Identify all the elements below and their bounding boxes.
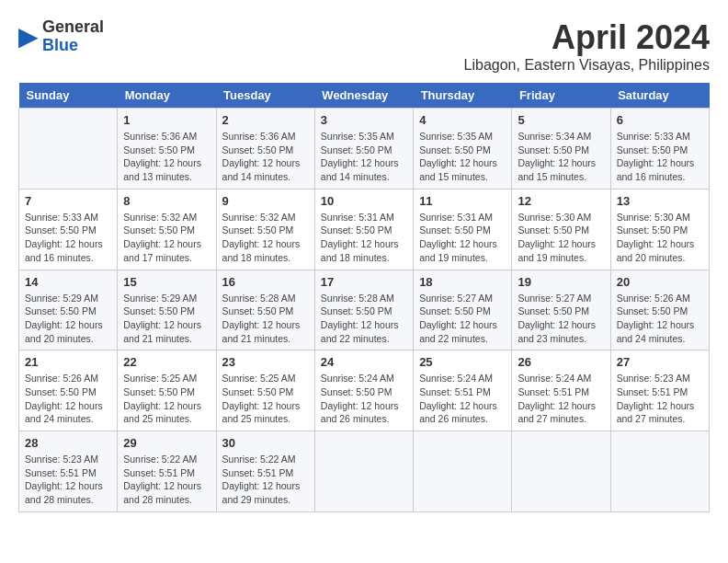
day-info: Sunrise: 5:26 AM Sunset: 5:50 PM Dayligh… [617, 292, 703, 346]
day-number: 16 [222, 275, 309, 289]
day-number: 4 [419, 113, 506, 127]
day-info: Sunrise: 5:25 AM Sunset: 5:50 PM Dayligh… [123, 372, 210, 426]
calendar-cell: 6Sunrise: 5:33 AM Sunset: 5:50 PM Daylig… [610, 109, 709, 190]
day-number: 1 [123, 113, 210, 127]
main-title: April 2024 [464, 18, 710, 57]
logo-text-block: General Blue [42, 18, 104, 55]
day-info: Sunrise: 5:32 AM Sunset: 5:50 PM Dayligh… [222, 211, 309, 265]
calendar-cell: 28Sunrise: 5:23 AM Sunset: 5:51 PM Dayli… [19, 431, 118, 512]
calendar-cell [19, 109, 118, 190]
calendar-cell: 11Sunrise: 5:31 AM Sunset: 5:50 PM Dayli… [414, 189, 512, 270]
calendar-cell: 7Sunrise: 5:33 AM Sunset: 5:50 PM Daylig… [19, 189, 118, 270]
calendar-cell: 21Sunrise: 5:26 AM Sunset: 5:50 PM Dayli… [19, 350, 118, 431]
calendar-header-thursday: Thursday [414, 83, 512, 109]
calendar-cell: 13Sunrise: 5:30 AM Sunset: 5:50 PM Dayli… [610, 189, 709, 270]
day-info: Sunrise: 5:29 AM Sunset: 5:50 PM Dayligh… [25, 292, 111, 346]
calendar-cell: 24Sunrise: 5:24 AM Sunset: 5:50 PM Dayli… [314, 350, 413, 431]
calendar-cell: 8Sunrise: 5:32 AM Sunset: 5:50 PM Daylig… [118, 189, 216, 270]
calendar-cell: 20Sunrise: 5:26 AM Sunset: 5:50 PM Dayli… [610, 270, 709, 350]
calendar-cell: 15Sunrise: 5:29 AM Sunset: 5:50 PM Dayli… [118, 270, 216, 350]
calendar-week-2: 7Sunrise: 5:33 AM Sunset: 5:50 PM Daylig… [19, 189, 710, 270]
calendar-cell: 18Sunrise: 5:27 AM Sunset: 5:50 PM Dayli… [414, 270, 512, 350]
calendar-cell: 14Sunrise: 5:29 AM Sunset: 5:50 PM Dayli… [19, 270, 118, 350]
logo-symbol: ▶ [18, 21, 39, 52]
day-info: Sunrise: 5:31 AM Sunset: 5:50 PM Dayligh… [321, 211, 407, 265]
day-number: 12 [518, 194, 604, 208]
day-info: Sunrise: 5:32 AM Sunset: 5:50 PM Dayligh… [123, 211, 210, 265]
day-info: Sunrise: 5:31 AM Sunset: 5:50 PM Dayligh… [419, 211, 506, 265]
day-info: Sunrise: 5:27 AM Sunset: 5:50 PM Dayligh… [518, 292, 604, 346]
day-number: 30 [222, 436, 309, 450]
calendar-cell [610, 431, 709, 512]
calendar-week-5: 28Sunrise: 5:23 AM Sunset: 5:51 PM Dayli… [19, 431, 710, 512]
day-info: Sunrise: 5:33 AM Sunset: 5:50 PM Dayligh… [25, 211, 111, 265]
day-info: Sunrise: 5:22 AM Sunset: 5:51 PM Dayligh… [222, 453, 309, 507]
day-number: 27 [617, 355, 703, 369]
day-number: 5 [518, 113, 604, 127]
calendar-cell [512, 431, 610, 512]
day-number: 26 [518, 355, 604, 369]
calendar-week-4: 21Sunrise: 5:26 AM Sunset: 5:50 PM Dayli… [19, 350, 710, 431]
logo-text-general: General [42, 17, 104, 36]
day-info: Sunrise: 5:28 AM Sunset: 5:50 PM Dayligh… [321, 292, 407, 346]
calendar-cell: 17Sunrise: 5:28 AM Sunset: 5:50 PM Dayli… [314, 270, 413, 350]
day-info: Sunrise: 5:22 AM Sunset: 5:51 PM Dayligh… [123, 453, 210, 507]
calendar-cell [314, 431, 413, 512]
day-number: 17 [321, 275, 407, 289]
day-info: Sunrise: 5:24 AM Sunset: 5:51 PM Dayligh… [419, 372, 506, 426]
day-number: 22 [123, 355, 210, 369]
day-number: 28 [25, 436, 111, 450]
day-info: Sunrise: 5:34 AM Sunset: 5:50 PM Dayligh… [518, 130, 604, 184]
day-info: Sunrise: 5:24 AM Sunset: 5:51 PM Dayligh… [518, 372, 604, 426]
calendar-cell: 5Sunrise: 5:34 AM Sunset: 5:50 PM Daylig… [512, 109, 610, 190]
title-block: April 2024 Libagon, Eastern Visayas, Phi… [464, 18, 710, 74]
day-info: Sunrise: 5:33 AM Sunset: 5:50 PM Dayligh… [617, 130, 703, 184]
day-info: Sunrise: 5:28 AM Sunset: 5:50 PM Dayligh… [222, 292, 309, 346]
day-number: 7 [25, 194, 111, 208]
calendar-cell [414, 431, 512, 512]
calendar-cell: 29Sunrise: 5:22 AM Sunset: 5:51 PM Dayli… [118, 431, 216, 512]
calendar-week-3: 14Sunrise: 5:29 AM Sunset: 5:50 PM Dayli… [19, 270, 710, 350]
calendar-header-row: SundayMondayTuesdayWednesdayThursdayFrid… [19, 83, 710, 109]
subtitle: Libagon, Eastern Visayas, Philippines [464, 57, 710, 74]
day-info: Sunrise: 5:26 AM Sunset: 5:50 PM Dayligh… [25, 372, 111, 426]
calendar-cell: 25Sunrise: 5:24 AM Sunset: 5:51 PM Dayli… [414, 350, 512, 431]
calendar-week-1: 1Sunrise: 5:36 AM Sunset: 5:50 PM Daylig… [19, 109, 710, 190]
calendar-cell: 3Sunrise: 5:35 AM Sunset: 5:50 PM Daylig… [314, 109, 413, 190]
day-number: 14 [25, 275, 111, 289]
day-number: 19 [518, 275, 604, 289]
day-number: 15 [123, 275, 210, 289]
day-number: 8 [123, 194, 210, 208]
day-number: 2 [222, 113, 309, 127]
day-info: Sunrise: 5:36 AM Sunset: 5:50 PM Dayligh… [123, 130, 210, 184]
calendar-cell: 16Sunrise: 5:28 AM Sunset: 5:50 PM Dayli… [216, 270, 314, 350]
day-info: Sunrise: 5:23 AM Sunset: 5:51 PM Dayligh… [617, 372, 703, 426]
calendar-header-wednesday: Wednesday [314, 83, 413, 109]
calendar-cell: 1Sunrise: 5:36 AM Sunset: 5:50 PM Daylig… [118, 109, 216, 190]
calendar-cell: 22Sunrise: 5:25 AM Sunset: 5:50 PM Dayli… [118, 350, 216, 431]
calendar-table: SundayMondayTuesdayWednesdayThursdayFrid… [18, 83, 710, 512]
day-number: 3 [321, 113, 407, 127]
day-number: 11 [419, 194, 506, 208]
page-header: ▶ General Blue April 2024 Libagon, Easte… [18, 18, 710, 74]
calendar-cell: 30Sunrise: 5:22 AM Sunset: 5:51 PM Dayli… [216, 431, 314, 512]
day-number: 25 [419, 355, 506, 369]
day-number: 9 [222, 194, 309, 208]
day-number: 24 [321, 355, 407, 369]
day-number: 20 [617, 275, 703, 289]
day-info: Sunrise: 5:24 AM Sunset: 5:50 PM Dayligh… [321, 372, 407, 426]
calendar-cell: 4Sunrise: 5:35 AM Sunset: 5:50 PM Daylig… [414, 109, 512, 190]
day-number: 13 [617, 194, 703, 208]
calendar-cell: 10Sunrise: 5:31 AM Sunset: 5:50 PM Dayli… [314, 189, 413, 270]
calendar-header-saturday: Saturday [610, 83, 709, 109]
calendar-cell: 9Sunrise: 5:32 AM Sunset: 5:50 PM Daylig… [216, 189, 314, 270]
logo: ▶ General Blue [18, 18, 104, 55]
logo-text-blue: Blue [42, 36, 78, 54]
calendar-cell: 2Sunrise: 5:36 AM Sunset: 5:50 PM Daylig… [216, 109, 314, 190]
day-info: Sunrise: 5:30 AM Sunset: 5:50 PM Dayligh… [617, 211, 703, 265]
day-number: 10 [321, 194, 407, 208]
logo-icon: ▶ [18, 21, 39, 52]
day-number: 18 [419, 275, 506, 289]
calendar-cell: 12Sunrise: 5:30 AM Sunset: 5:50 PM Dayli… [512, 189, 610, 270]
day-number: 23 [222, 355, 309, 369]
